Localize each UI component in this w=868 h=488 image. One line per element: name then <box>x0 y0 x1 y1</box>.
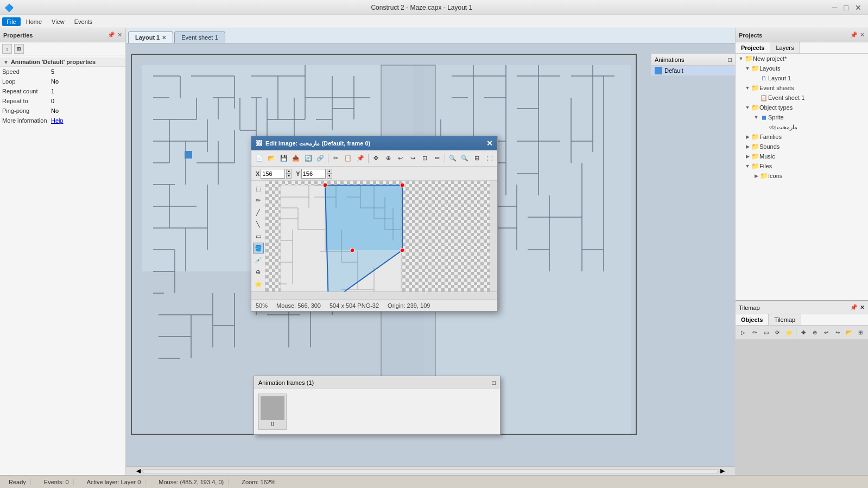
tool-redo[interactable]: ↪ <box>407 153 419 164</box>
properties-pin[interactable]: 📌 <box>107 31 115 39</box>
default-animation-item[interactable]: Default <box>651 66 735 75</box>
tab-event-sheet1[interactable]: Event sheet 1 <box>174 31 225 43</box>
anim-frame-0[interactable]: 0 <box>258 394 287 430</box>
dialog-close-btn[interactable]: ✕ <box>486 139 493 148</box>
tilemap-star-tool[interactable]: ⭐ <box>783 327 794 338</box>
y-up[interactable]: ▲ <box>327 169 332 174</box>
tool-crop[interactable]: ⊡ <box>419 153 431 164</box>
menu-events[interactable]: Events <box>70 17 97 26</box>
tree-layout1[interactable]: ▶ 🗋 Layout 1 <box>736 73 868 83</box>
maximize-btn[interactable]: □ <box>842 3 851 12</box>
animations-close[interactable]: □ <box>728 56 732 63</box>
tool-undo[interactable]: ↩ <box>395 153 407 164</box>
tab-tilemap[interactable]: Tilemap <box>769 314 801 325</box>
tilemap-transform-tool[interactable]: ⊕ <box>809 327 820 338</box>
tool-paste[interactable]: 📌 <box>354 153 366 164</box>
dialog-hscroll[interactable] <box>251 291 497 299</box>
tool-link[interactable]: 🔗 <box>315 153 327 164</box>
tool-paint[interactable]: ✏ <box>431 153 443 164</box>
tree-music[interactable]: ▶ 📁 Music <box>736 151 868 161</box>
fill-tool[interactable]: 🪣 <box>253 243 264 253</box>
hscroll-track[interactable] <box>142 469 719 473</box>
prop-help-link[interactable]: Help <box>51 117 123 124</box>
canvas-hscroll[interactable]: ◀ ▶ <box>126 466 735 475</box>
tilemap-content[interactable] <box>736 340 868 475</box>
select-tool[interactable]: ⬚ <box>253 183 264 194</box>
hscroll-left[interactable]: ◀ <box>135 467 142 474</box>
projects-close[interactable]: ✕ <box>860 31 865 39</box>
expand-object-types[interactable]: ▼ <box>744 104 751 111</box>
rect-tool[interactable]: ▭ <box>253 231 264 242</box>
tree-sprite[interactable]: ▼ ◼ Sprite <box>736 112 868 122</box>
projects-pin[interactable]: 📌 <box>850 31 858 39</box>
tree-event-sheet1[interactable]: ▶ 📋 Event sheet 1 <box>736 93 868 103</box>
minimize-btn[interactable]: ─ <box>830 3 840 12</box>
x-down[interactable]: ▼ <box>286 174 292 179</box>
expand-sounds[interactable]: ▶ <box>744 143 751 150</box>
tree-icons[interactable]: ▶ 📁 Icons <box>736 171 868 181</box>
tool-zoom-in[interactable]: 🔍 <box>459 153 471 164</box>
expand-root[interactable]: ▼ <box>738 55 744 62</box>
tree-object-types[interactable]: ▼ 📁 Object types <box>736 103 868 112</box>
expand-event-sheets[interactable]: ▼ <box>744 85 751 91</box>
tree-files[interactable]: ▼ 📁 Files <box>736 161 868 171</box>
line-tool[interactable]: ╱ <box>253 207 264 218</box>
menu-file[interactable]: File <box>2 17 21 26</box>
expand-sprite[interactable]: ▼ <box>753 114 759 121</box>
dialog-canvas[interactable] <box>265 181 490 291</box>
tree-layouts[interactable]: ▼ 📁 Layouts <box>736 64 868 73</box>
tree-root[interactable]: ▼ 📁 New project* <box>736 54 868 64</box>
tree-marmakht[interactable]: ▶ obj مارمخت <box>736 122 868 132</box>
tilemap-grid-tool[interactable]: ⊞ <box>855 327 866 338</box>
x-up[interactable]: ▲ <box>286 169 292 174</box>
tree-event-sheets[interactable]: ▼ 📁 Event sheets <box>736 83 868 93</box>
dialog-vscroll[interactable] <box>490 181 497 291</box>
hscroll-right[interactable]: ▶ <box>719 467 726 474</box>
sort-group-btn[interactable]: ⊞ <box>14 44 24 54</box>
tab-layout1-close[interactable]: ✕ <box>162 35 166 41</box>
tilemap-close[interactable]: ✕ <box>860 304 865 311</box>
menu-view[interactable]: View <box>47 17 69 26</box>
tilemap-rect-tool[interactable]: ▭ <box>761 327 771 338</box>
x-input[interactable] <box>261 169 285 179</box>
expand-music[interactable]: ▶ <box>744 153 751 160</box>
tilemap-redo-tool[interactable]: ↪ <box>832 327 843 338</box>
tool-cut[interactable]: ✂ <box>330 153 342 164</box>
properties-close[interactable]: ✕ <box>117 31 122 39</box>
tilemap-move-tool[interactable]: ✥ <box>798 327 809 338</box>
tilemap-open-folder[interactable]: 📂 <box>844 327 854 338</box>
expand-files[interactable]: ▼ <box>744 163 751 169</box>
line-tool2[interactable]: ╲ <box>253 219 264 230</box>
tilemap-rotate-tool[interactable]: ⟳ <box>772 327 783 338</box>
tool-transform[interactable]: ⊕ <box>382 153 394 164</box>
tool-open[interactable]: 📂 <box>266 153 278 164</box>
tilemap-undo-tool[interactable]: ↩ <box>821 327 832 338</box>
tab-layout1[interactable]: Layout 1 ✕ <box>128 31 173 43</box>
expand-families[interactable]: ▶ <box>744 134 751 140</box>
expand-icons[interactable]: ▶ <box>753 173 759 179</box>
tool-fullscreen[interactable]: ⛶ <box>483 153 495 164</box>
pencil-tool[interactable]: ✏ <box>253 195 264 206</box>
tab-projects[interactable]: Projects <box>736 42 770 53</box>
tree-sounds[interactable]: ▶ 📁 Sounds <box>736 142 868 151</box>
tool-save[interactable]: 💾 <box>278 153 290 164</box>
anim-panel-close[interactable]: □ <box>492 379 496 386</box>
polygon-tool[interactable]: ⭐ <box>253 278 264 289</box>
expand-layouts[interactable]: ▼ <box>744 65 751 72</box>
move-origin-tool[interactable]: ⊕ <box>253 267 264 277</box>
collapse-btn[interactable]: ▼ <box>3 59 9 65</box>
tilemap-pin[interactable]: 📌 <box>850 304 858 311</box>
tilemap-select-tool[interactable]: ▷ <box>738 327 749 338</box>
tab-objects[interactable]: Objects <box>736 314 769 325</box>
tool-export[interactable]: 🔄 <box>302 153 314 164</box>
tool-copy[interactable]: 📋 <box>343 153 354 164</box>
tilemap-pencil-tool[interactable]: ✏ <box>749 327 760 338</box>
tree-families[interactable]: ▶ 📁 Families <box>736 132 868 142</box>
eyedropper-tool[interactable]: 💉 <box>253 255 264 265</box>
tab-layers[interactable]: Layers <box>770 42 800 53</box>
y-input[interactable] <box>301 169 326 179</box>
close-btn[interactable]: ✕ <box>853 3 864 12</box>
canvas-area[interactable]: 🖼 Edit image: مارمخت (Default, frame 0) … <box>126 43 735 466</box>
tool-new[interactable]: 📄 <box>254 153 265 164</box>
menu-home[interactable]: Home <box>22 17 46 26</box>
